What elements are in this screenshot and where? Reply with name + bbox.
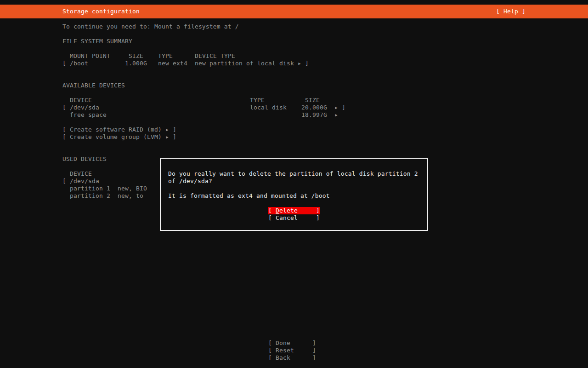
col-size: SIZE (305, 97, 320, 104)
delete-button-accelerator: D (276, 207, 279, 214)
device-row-sda[interactable]: [ /dev/sda local disk 20.000G ▸ ] (62, 104, 526, 111)
page-title: Storage configuration (62, 5, 140, 18)
bracket-open: [ (62, 104, 66, 111)
cancel-button[interactable]: [ Cancel ] (268, 214, 320, 222)
col-size: SIZE (129, 52, 143, 60)
delete-button-open: [ (268, 207, 276, 214)
bracket-close: ] (342, 104, 345, 111)
type-value: local disk (250, 104, 287, 111)
device-type-value: new partition of local disk (195, 60, 294, 67)
fs-summary-row-boot[interactable]: [ /boot 1.000G new ext4 new partition of… (62, 60, 526, 67)
create-raid-button[interactable]: [ Create software RAID (md) ▸ ] (62, 126, 526, 133)
available-devices-header: DEVICE TYPE SIZE (62, 97, 526, 104)
mount-point-value: /boot (70, 60, 88, 67)
col-mount-point: MOUNT POINT (70, 52, 110, 60)
device-value: /dev/sda (70, 104, 99, 111)
done-button[interactable]: [ Done ] (268, 339, 316, 347)
help-button[interactable]: [ Help ] (496, 5, 526, 18)
available-devices-title: AVAILABLE DEVICES (62, 82, 125, 89)
expand-arrow-icon: ▸ (334, 111, 338, 119)
col-type: TYPE (250, 97, 265, 104)
bracket-close: ] (305, 60, 309, 67)
type-value: new ext4 (158, 60, 187, 67)
bracket-open: [ (62, 178, 66, 185)
col-device-type: DEVICE TYPE (195, 52, 235, 60)
partition-note: new, BIO (118, 185, 147, 192)
delete-button[interactable]: [ Delete ] (268, 207, 320, 214)
size-value: 1.000G (125, 60, 147, 67)
delete-button-label: elete (279, 207, 298, 214)
create-lvm-label: [ Create volume group (LVM) ▸ ] (62, 133, 176, 141)
bracket-open: [ (62, 60, 66, 67)
expand-arrow-icon: ▸ (334, 104, 338, 111)
dialog-message-line2: of /dev/sda? (168, 178, 212, 185)
reset-button[interactable]: [ Reset ] (268, 347, 316, 354)
fs-summary-header: MOUNT POINT SIZE TYPE DEVICE TYPE (62, 52, 526, 60)
partition-label: partition 2 (70, 192, 110, 200)
intro-text: To continue you need to: Mount a filesys… (62, 23, 239, 30)
device-value: /dev/sda (70, 178, 99, 185)
back-button[interactable]: [ Back ] (268, 354, 316, 362)
delete-button-close: ] (298, 207, 320, 214)
partition-label: partition 1 (70, 185, 110, 192)
size-value: 20.000G (301, 104, 327, 111)
dialog-message-line1: Do you really want to delete the partiti… (168, 170, 418, 178)
create-raid-label: [ Create software RAID (md) ▸ ] (62, 126, 176, 133)
used-devices-title: USED DEVICES (62, 155, 107, 163)
expand-arrow-icon: ▸ (298, 60, 301, 67)
partition-note: new, to (118, 192, 143, 200)
create-lvm-button[interactable]: [ Create volume group (LVM) ▸ ] (62, 133, 526, 141)
device-row-free-space[interactable]: free space 18.997G ▸ (62, 111, 526, 119)
col-type: TYPE (158, 52, 173, 60)
header-bar: Storage configuration [ Help ] (0, 5, 588, 18)
storage-configuration-screen: Storage configuration [ Help ] To contin… (0, 0, 588, 368)
delete-confirmation-dialog: Do you really want to delete the partiti… (160, 158, 428, 231)
col-device: DEVICE (70, 97, 92, 104)
dialog-detail: It is formatted as ext4 and mounted at /… (168, 192, 330, 200)
col-device: DEVICE (70, 170, 92, 178)
size-value: 18.997G (301, 111, 327, 119)
device-value: free space (70, 111, 107, 119)
fs-summary-title: FILE SYSTEM SUMMARY (62, 38, 132, 45)
